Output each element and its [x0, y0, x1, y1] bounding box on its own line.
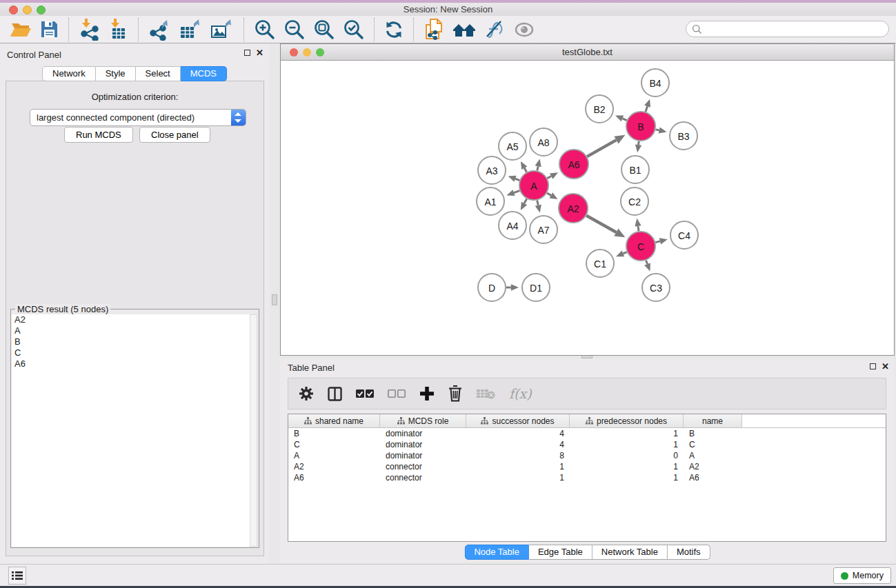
edge-B-B3[interactable]: [655, 130, 659, 130]
zoom-out-button[interactable]: [283, 19, 305, 40]
zoom-window-button[interactable]: [37, 6, 46, 14]
column-header-predecessor-nodes[interactable]: predecessor nodes: [570, 414, 684, 427]
import-table-button[interactable]: [108, 19, 128, 41]
minimize-window-button[interactable]: [23, 6, 32, 14]
close-window-button[interactable]: [9, 6, 18, 14]
memory-button[interactable]: Memory: [833, 567, 891, 584]
create-column-button[interactable]: [419, 386, 435, 401]
table-cell[interactable]: A6: [288, 472, 380, 483]
table-cell[interactable]: B: [684, 428, 742, 439]
vertical-split-grip[interactable]: [272, 294, 277, 305]
export-table-button[interactable]: [179, 19, 202, 41]
table-cell[interactable]: connector: [380, 472, 466, 483]
control-tab-select[interactable]: Select: [136, 66, 181, 81]
control-tab-style[interactable]: Style: [96, 66, 136, 81]
edge-B-B2[interactable]: [622, 119, 626, 121]
edge-A6-B[interactable]: [587, 140, 616, 156]
column-header-name[interactable]: name: [684, 414, 742, 427]
deselect-all-button[interactable]: [388, 389, 406, 398]
table-cell[interactable]: 4: [466, 428, 570, 439]
table-cell[interactable]: 1: [570, 461, 684, 472]
table-row[interactable]: Cdominator41C: [288, 439, 886, 450]
tab-network-table[interactable]: Network Table: [593, 545, 668, 560]
zoom-fit-button[interactable]: [313, 19, 335, 40]
table-cell[interactable]: A: [288, 450, 380, 461]
edge-A-A3[interactable]: [515, 179, 519, 180]
table-cell[interactable]: 1: [466, 472, 570, 483]
table-cell[interactable]: dominator: [380, 439, 466, 450]
tab-motifs[interactable]: Motifs: [668, 545, 710, 560]
close-panel-button[interactable]: Close panel: [139, 127, 210, 143]
select-all-button[interactable]: [356, 389, 374, 398]
node-table[interactable]: shared nameMCDS rolesuccessor nodesprede…: [288, 414, 886, 542]
edge-C-C3[interactable]: [646, 261, 648, 264]
table-settings-button[interactable]: [299, 386, 314, 401]
table-cell[interactable]: A: [684, 450, 742, 461]
control-tab-network[interactable]: Network: [42, 66, 96, 81]
function-builder-button[interactable]: f(x): [509, 386, 532, 401]
tab-node-table[interactable]: Node Table: [464, 545, 529, 560]
table-cell[interactable]: 1: [570, 428, 684, 439]
edge-A-A8[interactable]: [537, 166, 538, 170]
column-header-successor-nodes[interactable]: successor nodes: [466, 414, 570, 427]
column-chooser-button[interactable]: [328, 387, 342, 401]
search-input[interactable]: [702, 24, 888, 34]
table-cell[interactable]: B: [288, 428, 380, 439]
table-cell[interactable]: 0: [570, 450, 684, 461]
edge-A-A7[interactable]: [537, 200, 539, 205]
edge-C-C2[interactable]: [638, 226, 639, 231]
delete-column-button[interactable]: [448, 385, 462, 402]
close-panel-icon[interactable]: ✕: [256, 50, 263, 56]
zoom-selected-button[interactable]: [343, 19, 364, 40]
zoom-in-button[interactable]: [254, 19, 275, 40]
table-cell[interactable]: dominator: [380, 428, 466, 439]
result-item[interactable]: B: [12, 336, 250, 347]
table-row[interactable]: Bdominator41B: [288, 428, 886, 439]
save-session-button[interactable]: [40, 20, 59, 39]
table-row[interactable]: A6connector11A6: [288, 472, 886, 483]
result-scrollbar[interactable]: [250, 314, 257, 547]
label-visibility-button[interactable]: [484, 20, 505, 39]
criterion-dropdown[interactable]: largest connected component (directed): [30, 109, 246, 126]
float-panel-icon[interactable]: [244, 50, 250, 56]
table-cell[interactable]: 1: [570, 472, 684, 483]
control-tab-mcds[interactable]: MCDS: [181, 66, 227, 81]
column-header-MCDS-role[interactable]: MCDS role: [380, 414, 466, 427]
table-cell[interactable]: 8: [466, 450, 570, 461]
network-window-titlebar[interactable]: testGlobe.txt: [281, 44, 894, 61]
result-item[interactable]: A2: [12, 314, 250, 325]
table-cell[interactable]: A2: [288, 461, 380, 472]
edge-C-C4[interactable]: [655, 241, 660, 243]
close-table-panel-icon[interactable]: ✕: [882, 363, 889, 369]
table-cell[interactable]: connector: [380, 461, 466, 472]
open-session-button[interactable]: [10, 20, 32, 39]
export-network-button[interactable]: [148, 19, 170, 41]
network-close-button[interactable]: [290, 48, 298, 57]
table-row[interactable]: Adominator80A: [288, 450, 886, 461]
show-details-button[interactable]: [513, 21, 535, 38]
edge-B-B1[interactable]: [639, 141, 639, 145]
edge-A-A4[interactable]: [524, 199, 527, 203]
table-cell[interactable]: A2: [684, 461, 742, 472]
network-minimize-button[interactable]: [303, 48, 311, 57]
tab-edge-table[interactable]: Edge Table: [529, 545, 593, 560]
export-image-button[interactable]: [210, 19, 234, 41]
table-cell[interactable]: 1: [570, 439, 684, 450]
table-cell[interactable]: C: [684, 439, 742, 450]
table-row[interactable]: A2connector11A2: [288, 461, 886, 472]
table-cell[interactable]: A6: [684, 472, 742, 483]
column-header-shared-name[interactable]: shared name: [288, 414, 380, 427]
table-cell[interactable]: 1: [466, 461, 570, 472]
import-network-button[interactable]: [79, 19, 99, 41]
table-cell[interactable]: 4: [466, 439, 570, 450]
edge-C-C1[interactable]: [623, 252, 626, 254]
home-button[interactable]: [452, 21, 476, 39]
edge-A-A1[interactable]: [514, 191, 519, 193]
edge-A2-C[interactable]: [586, 216, 616, 232]
table-cell[interactable]: dominator: [380, 450, 466, 461]
clone-network-button[interactable]: [424, 18, 444, 41]
table-cell[interactable]: C: [288, 439, 380, 450]
float-table-panel-icon[interactable]: [870, 363, 876, 369]
delete-table-button[interactable]: [476, 387, 495, 400]
edge-A-A5[interactable]: [524, 168, 526, 172]
